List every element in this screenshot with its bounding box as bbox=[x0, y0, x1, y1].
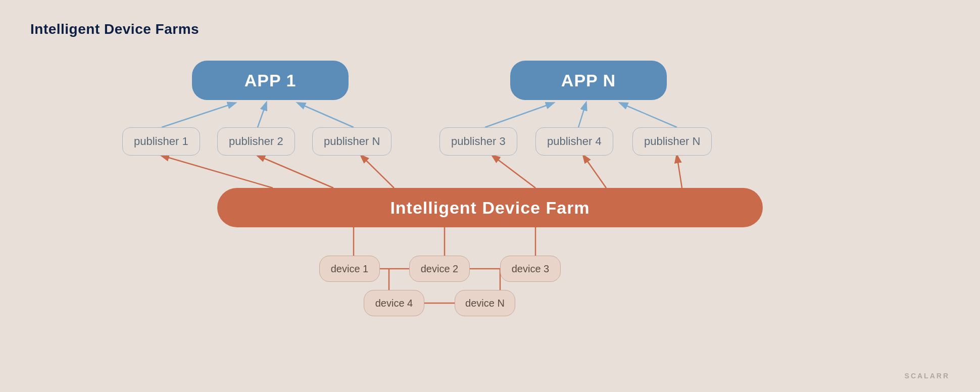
svg-line-0 bbox=[162, 103, 235, 127]
svg-line-2 bbox=[298, 103, 354, 127]
publisher1-box: publisher 1 bbox=[122, 127, 200, 156]
device3-box: device 3 bbox=[500, 256, 561, 282]
publisherN-left-box: publisher N bbox=[312, 127, 391, 156]
svg-line-10 bbox=[583, 156, 606, 188]
svg-line-5 bbox=[620, 103, 677, 127]
publisherN-right-box: publisher N bbox=[632, 127, 712, 156]
device1-box: device 1 bbox=[319, 256, 380, 282]
svg-line-3 bbox=[485, 103, 553, 127]
svg-line-8 bbox=[361, 156, 394, 188]
idf-box: Intelligent Device Farm bbox=[217, 188, 763, 227]
svg-line-7 bbox=[258, 156, 333, 188]
svg-line-9 bbox=[493, 156, 535, 188]
deviceN-box: device N bbox=[455, 290, 515, 316]
appn-box: APP N bbox=[510, 61, 667, 100]
svg-line-6 bbox=[162, 156, 273, 188]
publisher4-box: publisher 4 bbox=[535, 127, 613, 156]
device2-box: device 2 bbox=[409, 256, 470, 282]
page-title: Intelligent Device Farms bbox=[30, 21, 199, 37]
svg-line-1 bbox=[258, 103, 266, 127]
publisher3-box: publisher 3 bbox=[439, 127, 517, 156]
svg-line-11 bbox=[677, 156, 682, 188]
scalarr-logo: SCALARR bbox=[905, 372, 950, 380]
app1-box: APP 1 bbox=[192, 61, 349, 100]
publisher2-box: publisher 2 bbox=[217, 127, 295, 156]
device4-box: device 4 bbox=[364, 290, 424, 316]
svg-line-4 bbox=[578, 103, 586, 127]
